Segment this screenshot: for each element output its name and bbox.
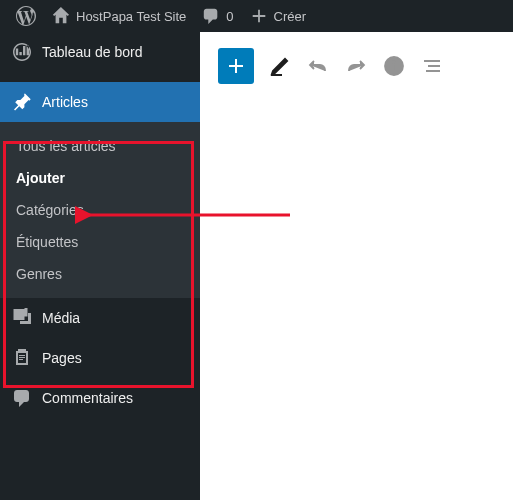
- svg-point-3: [393, 61, 395, 63]
- admin-toolbar: HostPapa Test Site 0 Créer: [0, 0, 513, 32]
- home-icon: [52, 7, 70, 25]
- pin-icon: [12, 92, 32, 112]
- info-button[interactable]: [382, 54, 406, 78]
- edit-mode-button[interactable]: [268, 54, 292, 78]
- plus-icon: [250, 7, 268, 25]
- editor-area: [200, 32, 513, 500]
- wp-logo[interactable]: [8, 0, 44, 32]
- menu-pages[interactable]: Pages: [0, 338, 200, 378]
- menu-dashboard[interactable]: Tableau de bord: [0, 32, 200, 72]
- submenu-genres[interactable]: Genres: [0, 258, 200, 290]
- pencil-icon: [268, 54, 292, 78]
- redo-button[interactable]: [344, 54, 368, 78]
- redo-icon: [344, 54, 368, 78]
- submenu-add-post[interactable]: Ajouter: [0, 162, 200, 194]
- info-icon: [382, 54, 406, 78]
- menu-media-label: Média: [42, 310, 80, 326]
- submenu-posts: Tous les articles Ajouter Catégories Éti…: [0, 122, 200, 298]
- comments-link[interactable]: 0: [194, 0, 241, 32]
- menu-pages-label: Pages: [42, 350, 82, 366]
- menu-comments[interactable]: Commentaires: [0, 378, 200, 418]
- outline-button[interactable]: [420, 54, 444, 78]
- add-block-button[interactable]: [218, 48, 254, 84]
- plus-icon: [224, 54, 248, 78]
- editor-toolbar: [200, 32, 513, 100]
- menu-posts-label: Articles: [42, 94, 88, 110]
- menu-comments-label: Commentaires: [42, 390, 133, 406]
- submenu-all-posts[interactable]: Tous les articles: [0, 130, 200, 162]
- menu-posts[interactable]: Articles: [0, 82, 200, 122]
- undo-button[interactable]: [306, 54, 330, 78]
- undo-icon: [306, 54, 330, 78]
- dashboard-icon: [12, 42, 32, 62]
- media-icon: [12, 308, 32, 328]
- submenu-tags[interactable]: Étiquettes: [0, 226, 200, 258]
- menu-dashboard-label: Tableau de bord: [42, 44, 142, 60]
- create-label: Créer: [274, 9, 307, 24]
- submenu-categories[interactable]: Catégories: [0, 194, 200, 226]
- admin-sidebar: Tableau de bord Articles Tous les articl…: [0, 32, 200, 500]
- site-name: HostPapa Test Site: [76, 9, 186, 24]
- comments-count: 0: [226, 9, 233, 24]
- outline-icon: [420, 54, 444, 78]
- comments-icon: [12, 388, 32, 408]
- create-new-link[interactable]: Créer: [242, 0, 315, 32]
- comment-icon: [202, 7, 220, 25]
- pages-icon: [12, 348, 32, 368]
- site-home-link[interactable]: HostPapa Test Site: [44, 0, 194, 32]
- menu-media[interactable]: Média: [0, 298, 200, 338]
